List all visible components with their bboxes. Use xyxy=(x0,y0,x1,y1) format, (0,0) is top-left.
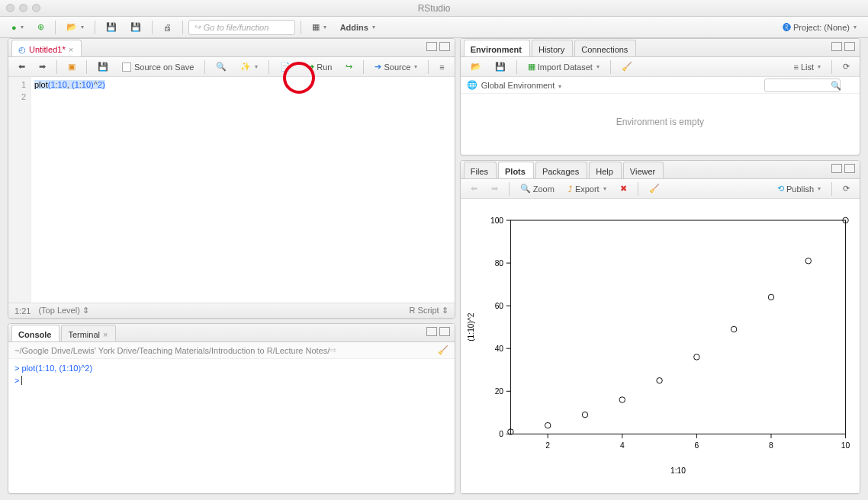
tab-plots[interactable]: Plots xyxy=(498,162,534,178)
source-button[interactable]: ➔Source▾ xyxy=(369,59,423,75)
svg-point-31 xyxy=(731,327,736,332)
plot-next-button[interactable]: ➡ xyxy=(486,181,503,197)
refresh-env-button[interactable]: ⟳ xyxy=(837,59,855,75)
tab-files[interactable]: Files xyxy=(464,162,497,178)
tab-terminal[interactable]: Terminal× xyxy=(61,325,116,341)
env-search[interactable]: 🔍 xyxy=(764,79,854,92)
outline-button[interactable]: ≡ xyxy=(434,59,449,75)
svg-text:20: 20 xyxy=(494,387,503,396)
close-tab-icon[interactable]: × xyxy=(69,45,73,54)
svg-rect-0 xyxy=(510,220,845,434)
rerun-button[interactable]: ↪ xyxy=(340,59,358,75)
tab-environment-label: Environment xyxy=(471,45,522,54)
tab-history[interactable]: History xyxy=(532,40,573,56)
svg-point-26 xyxy=(545,423,550,428)
grid-button[interactable]: ▦▾ xyxy=(307,20,332,35)
save-source-button[interactable]: 💾 xyxy=(92,59,114,75)
separator xyxy=(56,60,57,74)
plot-prev-button[interactable]: ⬅ xyxy=(465,181,483,197)
run-button[interactable]: ➔Run xyxy=(302,59,337,75)
project-label: Project: (None) xyxy=(793,23,850,32)
minimize-pane-icon[interactable] xyxy=(426,327,437,336)
close-tab-icon[interactable]: × xyxy=(103,330,108,339)
source-statusbar: 1:21 (Top Level) ⇕ R Script ⇕ xyxy=(8,303,455,318)
environment-pane: Environment History Connections 📂 💾 ▦Imp… xyxy=(460,38,860,155)
remove-plot-button[interactable]: ✖ xyxy=(615,181,632,197)
env-search-input[interactable] xyxy=(764,79,841,92)
source-tab-untitled1[interactable]: ◴ Untitled1* × xyxy=(11,40,82,56)
maximize-pane-icon[interactable] xyxy=(439,42,450,51)
tab-help[interactable]: Help xyxy=(589,162,622,178)
wand-button[interactable]: ✨▾ xyxy=(235,59,263,75)
source-toolbar: ⬅ ➡ ▣ 💾 Source on Save 🔍 ✨▾ 📄 ➔Run ↪ ➔So… xyxy=(8,57,455,77)
minimize-window-icon[interactable] xyxy=(19,4,27,12)
refresh-plot-button[interactable]: ⟳ xyxy=(837,181,855,197)
goto-file-input[interactable]: ↪ Go to file/function xyxy=(188,20,295,35)
tab-packages[interactable]: Packages xyxy=(535,162,587,178)
load-workspace-button[interactable]: 📂 xyxy=(465,59,487,75)
env-tabstrip: Environment History Connections xyxy=(461,39,860,57)
console-pane: Console Terminal× ~/Google Drive/Lewis' … xyxy=(8,323,455,494)
zoom-button[interactable]: 🔍Zoom xyxy=(515,181,560,197)
console-line-1: plot(1:10, (1:10)^2) xyxy=(21,364,92,373)
open-file-button[interactable]: 📂▾ xyxy=(61,20,89,35)
zoom-label: Zoom xyxy=(533,184,555,194)
import-dataset-button[interactable]: ▦Import Dataset▾ xyxy=(522,59,605,75)
plots-pane: Files Plots Packages Help Viewer ⬅ ➡ 🔍Zo… xyxy=(460,160,860,494)
globe-icon: 🌐 xyxy=(467,80,477,90)
source-on-save-checkbox[interactable]: Source on Save xyxy=(117,59,199,75)
console-working-dir: ~/Google Drive/Lewis' York Drive/Teachin… xyxy=(8,342,455,359)
clear-console-icon[interactable]: 🧹 xyxy=(438,345,448,355)
tab-console[interactable]: Console xyxy=(11,325,59,341)
save-all-button[interactable]: 💾 xyxy=(125,20,146,35)
maximize-pane-icon[interactable] xyxy=(844,164,855,173)
svg-text:10: 10 xyxy=(841,441,850,450)
minimize-pane-icon[interactable] xyxy=(426,42,437,51)
maximize-pane-icon[interactable] xyxy=(844,42,855,51)
export-button[interactable]: ⤴Export▾ xyxy=(563,181,612,197)
find-button[interactable]: 🔍 xyxy=(211,59,232,75)
scope-indicator[interactable]: (Top Level) ⇕ xyxy=(38,306,88,316)
search-icon: 🔍 xyxy=(831,81,841,90)
project-menu[interactable]: 🅡Project: (None)▾ xyxy=(777,20,862,35)
maximize-pane-icon[interactable] xyxy=(439,327,450,336)
tab-viewer[interactable]: Viewer xyxy=(623,162,664,178)
console-output[interactable]: > plot(1:10, (1:10)^2) > xyxy=(8,359,455,493)
language-indicator[interactable]: R Script ⇕ xyxy=(410,306,448,316)
goto-file-placeholder: Go to file/function xyxy=(204,23,269,32)
svg-text:8: 8 xyxy=(769,441,773,450)
back-button[interactable]: ⬅ xyxy=(13,59,31,75)
tab-connections[interactable]: Connections xyxy=(574,40,636,56)
show-in-new-window-button[interactable]: ▣ xyxy=(63,59,81,75)
maximize-window-icon[interactable] xyxy=(32,4,40,12)
clear-env-button[interactable]: 🧹 xyxy=(616,59,638,75)
source-tabstrip: ◴ Untitled1* × xyxy=(8,39,455,57)
addins-button[interactable]: Addins▾ xyxy=(335,20,381,35)
print-button[interactable]: 🖨 xyxy=(158,20,177,35)
new-file-button[interactable]: ●▾ xyxy=(6,20,29,35)
svg-text:4: 4 xyxy=(620,441,625,450)
svg-point-29 xyxy=(657,378,662,383)
env-scope-label[interactable]: Global Environment ▾ xyxy=(481,81,562,90)
tab-environment[interactable]: Environment xyxy=(464,40,530,56)
tab-connections-label: Connections xyxy=(581,45,628,54)
window-titlebar: RStudio xyxy=(0,0,868,17)
close-window-icon[interactable] xyxy=(6,4,14,12)
svg-point-28 xyxy=(619,397,625,402)
minimize-pane-icon[interactable] xyxy=(831,164,842,173)
save-button[interactable]: 💾 xyxy=(101,20,122,35)
forward-button[interactable]: ➡ xyxy=(34,59,51,75)
minimize-pane-icon[interactable] xyxy=(831,42,842,51)
tab-files-label: Files xyxy=(471,167,488,176)
compile-report-button[interactable]: 📄 xyxy=(275,59,296,75)
save-workspace-button[interactable]: 💾 xyxy=(490,59,511,75)
separator xyxy=(428,60,429,74)
clear-plots-button[interactable]: 🧹 xyxy=(644,181,665,197)
code-editor[interactable]: 12 plot(1:10, (1:10)^2) xyxy=(8,77,455,303)
separator xyxy=(55,21,56,34)
publish-button[interactable]: ⟲Publish▾ xyxy=(772,181,826,197)
svg-text:100: 100 xyxy=(490,216,503,225)
env-list-view-button[interactable]: ≡ List▾ xyxy=(788,59,826,75)
new-project-button[interactable]: ⊕ xyxy=(32,20,50,35)
separator xyxy=(509,182,510,196)
